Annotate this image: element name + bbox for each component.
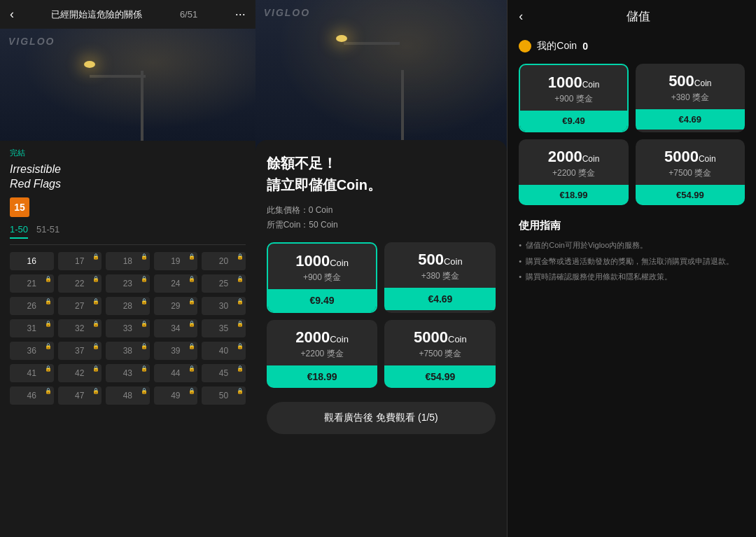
episode-item[interactable]: 46🔒 — [10, 386, 54, 405]
insufficient-modal: 餘額不足！ 請立即儲值Coin。 此集價格：0 Coin 所需Coin：50 C… — [255, 140, 507, 537]
episode-item[interactable]: 16 — [10, 252, 54, 270]
episode-item[interactable]: 42🔒 — [58, 364, 102, 382]
right-package-bonus: +2200 獎金 — [526, 167, 621, 179]
package-amount: 2000Coin — [274, 328, 371, 347]
package-bonus: +900 獎金 — [275, 272, 370, 284]
middle-coin-package[interactable]: 1000Coin +900 獎金 €9.49 — [267, 242, 378, 313]
right-package-top: 500Coin +380 獎金 — [636, 64, 745, 109]
lock-icon: 🔒 — [237, 343, 244, 349]
episode-item[interactable]: 19🔒 — [154, 252, 198, 270]
lock-icon: 🔒 — [237, 388, 244, 394]
middle-coin-package[interactable]: 500Coin +380 獎金 €4.69 — [384, 242, 496, 313]
right-coin-package[interactable]: 5000Coin +7500 獎金 €54.99 — [636, 139, 745, 205]
left-dots-menu[interactable]: ··· — [235, 7, 246, 22]
right-package-amount: 1000Coin — [527, 74, 620, 92]
episode-item[interactable]: 48🔒 — [106, 386, 150, 405]
episode-item[interactable]: 28🔒 — [106, 297, 150, 315]
my-coin-label: 我的Coin — [537, 40, 577, 53]
episode-item[interactable]: 24🔒 — [154, 274, 198, 293]
right-package-bonus: +380 獎金 — [643, 92, 738, 104]
right-back-arrow[interactable]: ‹ — [519, 9, 523, 24]
episode-item[interactable]: 39🔒 — [154, 342, 198, 360]
episode-item[interactable]: 50🔒 — [202, 386, 246, 405]
episode-item[interactable]: 37🔒 — [58, 342, 102, 360]
middle-coin-package[interactable]: 5000Coin +7500 獎金 €54.99 — [384, 320, 496, 388]
episode-item[interactable]: 27🔒 — [58, 297, 102, 315]
usage-guide-title: 使用指南 — [519, 219, 745, 232]
lock-icon: 🔒 — [188, 321, 195, 327]
lock-icon: 🔒 — [141, 298, 148, 305]
complete-badge: 完結 — [10, 148, 246, 158]
episode-item[interactable]: 47🔒 — [58, 386, 102, 405]
right-coin-package[interactable]: 500Coin +380 獎金 €4.69 — [636, 64, 745, 132]
tab-51-51[interactable]: 51-51 — [36, 224, 59, 239]
episode-item[interactable]: 45🔒 — [202, 364, 246, 382]
left-episode-nav: 6/51 — [180, 9, 197, 20]
episode-item[interactable]: 18🔒 — [106, 252, 150, 270]
right-package-top: 2000Coin +2200 獎金 — [519, 139, 628, 185]
lock-icon: 🔒 — [141, 365, 148, 372]
left-back-arrow[interactable]: ‹ — [10, 7, 14, 22]
lock-icon: 🔒 — [141, 276, 148, 282]
lock-icon: 🔒 — [45, 298, 52, 305]
left-content: 完結 Irresistible Red Flags 15 1-50 51-51 … — [0, 141, 255, 537]
required-coin-info: 所需Coin：50 Coin — [267, 219, 496, 231]
lock-icon: 🔒 — [237, 365, 244, 372]
lock-icon: 🔒 — [188, 298, 195, 305]
episode-item[interactable]: 26🔒 — [10, 297, 54, 315]
right-coin-packages: 1000Coin +900 獎金 €9.49 500Coin +380 獎金 €… — [519, 64, 745, 205]
episode-item[interactable]: 20🔒 — [202, 252, 246, 270]
left-bg-image: VIGLOO — [0, 29, 255, 141]
package-top: 5000Coin +7500 獎金 — [384, 320, 496, 365]
lock-icon: 🔒 — [141, 388, 148, 394]
lock-icon: 🔒 — [188, 388, 195, 394]
left-panel: ‹ 已經開始這危險的關係 6/51 ··· VIGLOO 完結 Irresist… — [0, 0, 255, 537]
age-rating-badge: 15 — [10, 197, 29, 217]
right-package-price: €9.49 — [520, 111, 626, 131]
episode-item[interactable]: 25🔒 — [202, 274, 246, 293]
episode-item[interactable]: 21🔒 — [10, 274, 54, 293]
right-package-top: 5000Coin +7500 獎金 — [636, 139, 745, 185]
lock-icon: 🔒 — [92, 298, 99, 305]
episode-item[interactable]: 35🔒 — [202, 319, 246, 337]
episode-item[interactable]: 22🔒 — [58, 274, 102, 293]
lock-icon: 🔒 — [45, 343, 52, 349]
episode-item[interactable]: 49🔒 — [154, 386, 198, 405]
watch-ad-button[interactable]: 觀看廣告後 免費觀看 (1/5) — [267, 402, 496, 434]
lock-icon: 🔒 — [188, 343, 195, 349]
package-price: €9.49 — [268, 289, 377, 312]
lock-icon: 🔒 — [92, 365, 99, 372]
episode-item[interactable]: 38🔒 — [106, 342, 150, 360]
episode-item[interactable]: 34🔒 — [154, 319, 198, 337]
episode-item[interactable]: 23🔒 — [106, 274, 150, 293]
usage-guide-list: 儲值的Coin可用於Vigloo內的服務。購買金幣或透過活動發放的獎勵，無法取消… — [519, 239, 745, 283]
middle-coin-package[interactable]: 2000Coin +2200 獎金 €18.99 — [267, 320, 378, 388]
my-coin-row: 我的Coin 0 — [519, 40, 745, 53]
right-coin-package[interactable]: 1000Coin +900 獎金 €9.49 — [519, 64, 628, 132]
right-coin-package[interactable]: 2000Coin +2200 獎金 €18.99 — [519, 139, 628, 205]
episode-item[interactable]: 43🔒 — [106, 364, 150, 382]
package-price: €54.99 — [384, 365, 496, 388]
episode-item[interactable]: 36🔒 — [10, 342, 54, 360]
package-bonus: +380 獎金 — [391, 270, 489, 282]
lock-icon: 🔒 — [188, 365, 195, 372]
right-package-amount: 5000Coin — [643, 148, 738, 166]
episode-item[interactable]: 41🔒 — [10, 364, 54, 382]
lock-icon: 🔒 — [237, 253, 244, 260]
tab-1-50[interactable]: 1-50 — [10, 224, 28, 239]
episode-item[interactable]: 31🔒 — [10, 319, 54, 337]
left-series-title-header: 已經開始這危險的關係 — [51, 8, 142, 21]
lock-icon: 🔒 — [92, 253, 99, 260]
episode-item[interactable]: 44🔒 — [154, 364, 198, 382]
package-amount: 1000Coin — [275, 252, 370, 270]
episode-item[interactable]: 32🔒 — [58, 319, 102, 337]
right-package-amount: 2000Coin — [526, 148, 621, 166]
episode-item[interactable]: 30🔒 — [202, 297, 246, 315]
episode-item[interactable]: 29🔒 — [154, 297, 198, 315]
episode-item[interactable]: 17🔒 — [58, 252, 102, 270]
right-package-price: €54.99 — [636, 185, 745, 205]
right-package-bonus: +7500 獎金 — [643, 167, 738, 179]
coin-icon — [519, 40, 531, 53]
episode-item[interactable]: 33🔒 — [106, 319, 150, 337]
episode-item[interactable]: 40🔒 — [202, 342, 246, 360]
